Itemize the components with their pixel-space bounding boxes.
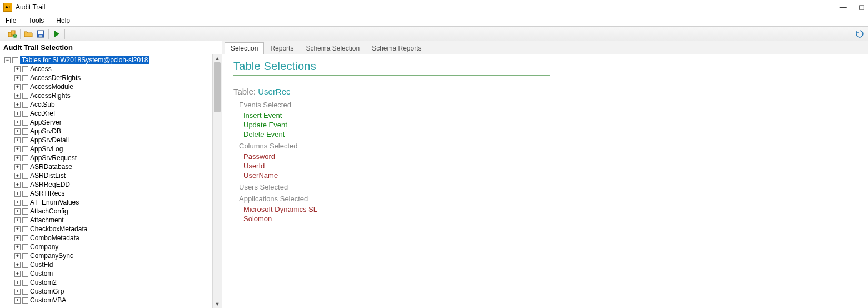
new-connection-icon[interactable] <box>6 28 18 39</box>
checkbox[interactable] <box>22 208 28 215</box>
checkbox[interactable] <box>22 217 28 223</box>
tree-item[interactable]: +AccessModule <box>2 82 222 91</box>
expand-icon[interactable]: + <box>14 262 21 268</box>
scroll-down-icon[interactable]: ▼ <box>213 300 222 308</box>
tree-item[interactable]: +CustFld <box>2 260 222 269</box>
scrollbar-vertical[interactable]: ▲ ▼ <box>212 54 222 308</box>
tree-item[interactable]: +AppSrvLog <box>2 145 222 153</box>
expand-icon[interactable]: + <box>14 235 21 241</box>
save-icon[interactable] <box>34 28 47 39</box>
scroll-thumb[interactable] <box>214 62 221 112</box>
tree-item[interactable]: +AppSrvDB <box>2 127 222 136</box>
checkbox[interactable] <box>22 173 28 179</box>
expand-icon[interactable]: + <box>14 146 21 152</box>
expand-icon[interactable]: + <box>14 66 21 72</box>
tree-item[interactable]: +CompanySync <box>2 251 222 260</box>
expand-icon[interactable]: + <box>14 182 21 188</box>
checkbox[interactable] <box>22 84 28 90</box>
tree-item[interactable]: +ASRDatabase <box>2 162 222 171</box>
refresh-icon[interactable] <box>854 28 866 39</box>
checkbox[interactable] <box>22 253 28 259</box>
tree-view[interactable]: − Tables for SLW2018System@pcloh-sl2018 … <box>0 54 222 308</box>
checkbox[interactable] <box>22 182 28 188</box>
checkbox[interactable] <box>22 289 28 295</box>
expand-icon[interactable]: + <box>14 191 21 197</box>
checkbox[interactable] <box>22 120 28 126</box>
tree-item[interactable]: +CustomGrp <box>2 287 222 296</box>
expand-icon[interactable]: + <box>14 226 21 232</box>
tree-item[interactable]: +Access <box>2 64 222 73</box>
tab-schema-selection[interactable]: Schema Selection <box>300 42 366 54</box>
checkbox[interactable] <box>22 102 28 108</box>
expand-icon[interactable]: + <box>14 111 21 117</box>
expand-icon[interactable]: + <box>14 289 21 295</box>
scroll-up-icon[interactable]: ▲ <box>213 54 222 62</box>
expand-icon[interactable]: + <box>14 280 21 286</box>
checkbox[interactable] <box>22 128 28 135</box>
expand-icon[interactable]: + <box>14 75 21 81</box>
checkbox[interactable] <box>22 271 28 277</box>
checkbox[interactable] <box>22 191 28 197</box>
tree-item[interactable]: +ComboMetadata <box>2 234 222 242</box>
expand-icon[interactable]: + <box>14 200 21 206</box>
checkbox[interactable] <box>22 280 28 286</box>
minimize-button[interactable]: — <box>840 3 847 11</box>
expand-icon[interactable]: + <box>14 253 21 259</box>
checkbox[interactable] <box>22 111 28 117</box>
checkbox[interactable] <box>22 137 28 143</box>
expand-icon[interactable]: + <box>14 208 21 215</box>
tree-item[interactable]: +AT_EnumValues <box>2 198 222 207</box>
checkbox[interactable] <box>22 235 28 241</box>
tree-item[interactable]: +Custom2 <box>2 278 222 287</box>
tree-item[interactable]: +ASRReqEDD <box>2 180 222 189</box>
checkbox[interactable] <box>22 75 28 81</box>
checkbox[interactable] <box>22 244 28 250</box>
expand-icon[interactable]: + <box>14 120 21 126</box>
checkbox[interactable] <box>12 57 18 63</box>
checkbox[interactable] <box>22 93 28 99</box>
tab-schema-reports[interactable]: Schema Reports <box>366 42 427 54</box>
menu-help[interactable]: Help <box>56 17 70 24</box>
expand-icon[interactable]: + <box>14 93 21 99</box>
tree-item[interactable]: +AttachConfig <box>2 207 222 216</box>
tree-item[interactable]: +CheckboxMetadata <box>2 225 222 234</box>
collapse-icon[interactable]: − <box>4 57 11 63</box>
expand-icon[interactable]: + <box>14 137 21 143</box>
tree-item[interactable]: +AppSrvDetail <box>2 136 222 145</box>
expand-icon[interactable]: + <box>14 244 21 250</box>
tab-reports[interactable]: Reports <box>264 42 300 54</box>
expand-icon[interactable]: + <box>14 102 21 108</box>
checkbox[interactable] <box>22 164 28 170</box>
tab-selection[interactable]: Selection <box>225 42 264 54</box>
checkbox[interactable] <box>22 66 28 72</box>
tree-item[interactable]: +Custom <box>2 269 222 278</box>
expand-icon[interactable]: + <box>14 271 21 277</box>
tree-root-label[interactable]: Tables for SLW2018System@pcloh-sl2018 <box>20 56 149 64</box>
expand-icon[interactable]: + <box>14 164 21 170</box>
tree-item[interactable]: +Company <box>2 242 222 251</box>
checkbox[interactable] <box>22 200 28 206</box>
expand-icon[interactable]: + <box>14 173 21 179</box>
checkbox[interactable] <box>22 262 28 268</box>
checkbox[interactable] <box>22 146 28 152</box>
expand-icon[interactable]: + <box>14 128 21 135</box>
checkbox[interactable] <box>22 226 28 232</box>
tree-item[interactable]: +AcctXref <box>2 109 222 118</box>
tree-item[interactable]: +AppSrvRequest <box>2 153 222 162</box>
maximize-button[interactable]: ◻ <box>859 3 865 11</box>
menu-tools[interactable]: Tools <box>28 17 44 24</box>
tree-item[interactable]: +ASRDistList <box>2 171 222 180</box>
expand-icon[interactable]: + <box>14 217 21 223</box>
open-icon[interactable] <box>22 28 34 39</box>
tree-root[interactable]: − Tables for SLW2018System@pcloh-sl2018 <box>2 56 222 64</box>
tree-item[interactable]: +AccessDetRights <box>2 73 222 82</box>
tree-item[interactable]: +AccessRights <box>2 91 222 100</box>
tree-item[interactable]: +CustomVBA <box>2 296 222 305</box>
menu-file[interactable]: File <box>6 17 16 24</box>
expand-icon[interactable]: + <box>14 155 21 161</box>
tree-item[interactable]: +Attachment <box>2 216 222 225</box>
tree-item[interactable]: +AppServer <box>2 118 222 127</box>
run-icon[interactable] <box>51 28 63 39</box>
expand-icon[interactable]: + <box>14 297 21 304</box>
checkbox[interactable] <box>22 297 28 304</box>
